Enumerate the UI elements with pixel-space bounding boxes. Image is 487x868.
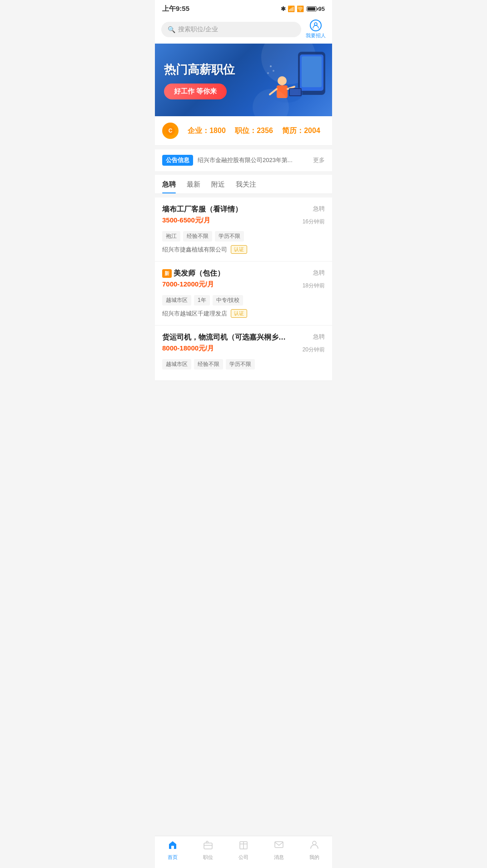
stats-position-count: 2356: [257, 127, 273, 134]
recruit-label: 我要招人: [306, 32, 326, 39]
job-tag: 袍江: [162, 231, 180, 242]
banner[interactable]: 热门高薪职位 好工作 等你来: [155, 44, 332, 116]
job-tags: 越城市区 1年 中专/技校: [162, 295, 325, 306]
job-card[interactable]: 货运司机，物流司机（可选嘉兴桐乡海宁）.. 急聘 8000-18000元/月 2…: [155, 326, 332, 381]
tab-nearby[interactable]: 附近: [211, 180, 225, 193]
job-time: 18分钟前: [303, 282, 325, 290]
tab-latest[interactable]: 最新: [187, 180, 200, 193]
stats-bar: C 企业：1800 职位：2356 简历：2004: [155, 116, 332, 146]
tab-urgent[interactable]: 急聘: [162, 180, 176, 193]
tab-followed[interactable]: 我关注: [236, 180, 256, 193]
job-title: 货运司机，物流司机（可选嘉兴桐乡海宁）..: [162, 333, 289, 342]
bottom-spacer: [155, 381, 332, 396]
job-tag: 1年: [194, 295, 210, 306]
job-tag: 经验不限: [194, 359, 223, 370]
recruit-icon: [310, 20, 322, 31]
job-tag: 学历不限: [226, 359, 255, 370]
job-title: 美发师（包住）: [174, 269, 301, 278]
announcement-label: 公告信息: [162, 155, 193, 166]
status-icons: ✱ 📶 🛜 95: [281, 5, 325, 12]
announcement-more[interactable]: 更多: [313, 156, 325, 164]
job-urgent-badge: 急聘: [313, 333, 325, 341]
job-company-row: 绍兴市越城区千建理发店 认证: [162, 309, 325, 318]
stats-position-label: 职位：: [235, 127, 257, 134]
bluetooth-icon: ✱: [281, 5, 286, 12]
job-card-header: 墙布工厂客服（看详情） 急聘: [162, 205, 325, 214]
new-badge: 新: [162, 269, 172, 278]
job-salary: 3500-6500元/月: [162, 216, 210, 225]
job-company: 绍兴市越城区千建理发店: [162, 310, 227, 318]
search-header: 🔍 搜索职位/企业 我要招人: [155, 16, 332, 44]
stats-resume-count: 2004: [304, 127, 320, 134]
cert-badge: 认证: [231, 309, 247, 318]
job-company-row: 绍兴市捷鑫植绒有限公司 认证: [162, 245, 325, 254]
banner-content: 热门高薪职位 好工作 等你来: [164, 62, 323, 100]
job-company: 绍兴市捷鑫植绒有限公司: [162, 246, 227, 254]
search-icon: 🔍: [168, 26, 175, 33]
job-list: 墙布工厂客服（看详情） 急聘 3500-6500元/月 16分钟前 袍江 经验不…: [155, 197, 332, 381]
job-time: 16分钟前: [303, 218, 325, 226]
status-time: 上午9:55: [162, 5, 189, 13]
job-salary: 8000-18000元/月: [162, 344, 214, 353]
job-tag: 中专/技校: [213, 295, 243, 306]
job-tag: 越城市区: [162, 359, 191, 370]
job-tag: 经验不限: [183, 231, 212, 242]
battery-percent: 95: [318, 5, 325, 12]
announcement-text: 绍兴市金融控股有限公司2023年第...: [198, 156, 308, 164]
job-card[interactable]: 新 美发师（包住） 急聘 7000-12000元/月 18分钟前 越城市区 1年…: [155, 261, 332, 326]
job-meta-row: 8000-18000元/月 20分钟前: [162, 344, 325, 355]
job-tag: 学历不限: [215, 231, 244, 242]
announcement-bar[interactable]: 公告信息 绍兴市金融控股有限公司2023年第... 更多: [155, 149, 332, 175]
job-time: 20分钟前: [303, 346, 325, 354]
recruit-button[interactable]: 我要招人: [306, 20, 326, 39]
svg-text:C: C: [169, 128, 173, 134]
banner-button[interactable]: 好工作 等你来: [164, 84, 227, 99]
job-tag: 越城市区: [162, 295, 191, 306]
banner-title: 热门高薪职位: [164, 62, 323, 78]
job-card-header: 货运司机，物流司机（可选嘉兴桐乡海宁）.. 急聘: [162, 333, 325, 342]
job-urgent-badge: 急聘: [313, 205, 325, 213]
job-card-header: 新 美发师（包住） 急聘: [162, 269, 325, 278]
job-salary: 7000-12000元/月: [162, 280, 214, 289]
search-input-placeholder: 搜索职位/企业: [178, 25, 218, 34]
job-title-wrap: 墙布工厂客服（看详情）: [162, 205, 313, 214]
job-filter-tabs: 急聘 最新 附近 我关注: [155, 175, 332, 194]
signal-icon: 📶: [288, 5, 295, 12]
stats-company-label: 企业：: [188, 127, 209, 134]
job-meta-row: 7000-12000元/月 18分钟前: [162, 280, 325, 291]
job-urgent-badge: 急聘: [313, 269, 325, 277]
job-title-wrap: 新 美发师（包住）: [162, 269, 313, 278]
svg-point-0: [314, 23, 317, 25]
stats-resume-label: 简历：: [282, 127, 304, 134]
stats-position: 职位：2356: [230, 126, 278, 136]
stats-resume: 简历：2004: [278, 126, 325, 136]
wifi-icon: 🛜: [297, 5, 304, 12]
stats-company: 企业：1800: [183, 126, 230, 136]
search-box[interactable]: 🔍 搜索职位/企业: [161, 22, 301, 37]
stats-company-count: 1800: [209, 127, 226, 134]
cert-badge: 认证: [231, 245, 247, 254]
job-title: 墙布工厂客服（看详情）: [162, 205, 289, 214]
battery-icon: [307, 6, 317, 11]
job-tags: 袍江 经验不限 学历不限: [162, 231, 325, 242]
job-card[interactable]: 墙布工厂客服（看详情） 急聘 3500-6500元/月 16分钟前 袍江 经验不…: [155, 197, 332, 261]
status-bar: 上午9:55 ✱ 📶 🛜 95: [155, 0, 332, 16]
job-meta-row: 3500-6500元/月 16分钟前: [162, 216, 325, 227]
job-tags: 越城市区 经验不限 学历不限: [162, 359, 325, 370]
app-logo: C: [162, 123, 179, 139]
job-title-wrap: 货运司机，物流司机（可选嘉兴桐乡海宁）..: [162, 333, 313, 342]
